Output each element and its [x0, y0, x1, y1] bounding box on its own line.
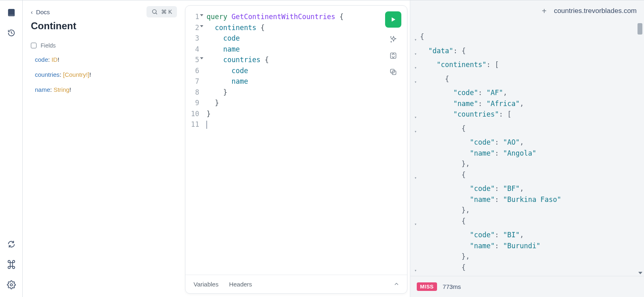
docs-back-label: Docs — [36, 9, 50, 15]
search-icon — [151, 9, 158, 15]
json-row: { — [414, 216, 644, 230]
json-row: "name": "Angola" — [414, 148, 644, 159]
json-row: { — [414, 123, 644, 137]
tab-headers[interactable]: Headers — [229, 281, 252, 288]
scrollbar[interactable] — [637, 23, 642, 274]
json-row: }, — [414, 205, 644, 216]
docs-type-title: Continent — [31, 20, 174, 32]
active-tab-label[interactable]: countries.trevorblades.com — [554, 7, 637, 15]
json-row: "data": { — [414, 46, 644, 60]
json-row: "name": "Burundi" — [414, 241, 644, 251]
json-row: "code": "AF", — [414, 87, 644, 98]
search-button[interactable]: ⌘ K — [146, 6, 177, 17]
json-row: { — [414, 31, 644, 46]
editor-card: 1234567891011 query GetContinentWithCoun… — [185, 5, 407, 294]
json-row: }, — [414, 158, 644, 169]
tab-variables[interactable]: Variables — [194, 281, 218, 288]
settings-icon[interactable] — [6, 279, 17, 290]
scrollbar-thumb[interactable] — [638, 23, 642, 35]
prettify-icon[interactable] — [389, 35, 398, 44]
query-editor[interactable]: 1234567891011 query GetContinentWithCoun… — [185, 6, 407, 275]
nav-rail — [0, 0, 23, 297]
json-row: "name": "Africa", — [414, 98, 644, 109]
chevron-left-icon: ‹ — [31, 9, 33, 15]
play-icon — [390, 16, 397, 23]
tabs-bar: + countries.trevorblades.com — [410, 0, 644, 22]
doc-field[interactable]: name: String! — [31, 86, 174, 93]
json-row: { — [414, 74, 644, 88]
json-row: "code": "BF", — [414, 183, 644, 194]
response-column: + countries.trevorblades.com { "data": {… — [410, 0, 644, 297]
refetch-icon[interactable] — [6, 238, 17, 250]
keyboard-shortcut-icon[interactable] — [6, 259, 17, 270]
copy-icon[interactable] — [389, 67, 398, 76]
doc-field[interactable]: code: ID! — [31, 56, 174, 63]
response-footer: MISS 773ms — [410, 276, 644, 297]
fields-header: Fields — [31, 42, 174, 49]
json-row: "code": "AO", — [414, 137, 644, 148]
json-row: "continents": [ — [414, 59, 644, 74]
editor-actions — [385, 11, 401, 76]
json-row: "name": "Burkina Faso" — [414, 194, 644, 205]
editor-gutter: 1234567891011 — [185, 11, 202, 275]
doc-field[interactable]: countries: [Country!]! — [31, 71, 174, 78]
json-row: "countries": [ — [414, 109, 644, 123]
cache-status-badge: MISS — [417, 282, 437, 291]
fields-header-label: Fields — [41, 42, 56, 49]
svg-point-3 — [152, 10, 156, 13]
docs-panel: ‹ Docs Continent Fields code: ID!countri… — [23, 0, 183, 297]
svg-point-2 — [10, 284, 13, 286]
json-row: { — [414, 169, 644, 184]
json-row: { — [414, 262, 644, 276]
json-row: "code": "BI", — [414, 230, 644, 241]
editor-code[interactable]: query GetContinentWithCountries { contin… — [202, 11, 407, 275]
editor-column: 1234567891011 query GetContinentWithCoun… — [183, 0, 410, 297]
response-timing: 773ms — [443, 283, 461, 290]
json-row: }, — [414, 251, 644, 262]
add-tab-button[interactable]: + — [542, 7, 547, 16]
run-button[interactable] — [385, 11, 401, 28]
fields-icon — [31, 43, 37, 48]
docs-icon[interactable] — [6, 7, 17, 18]
scroll-down-icon[interactable] — [638, 272, 642, 274]
merge-icon[interactable] — [389, 51, 398, 60]
chevron-up-icon[interactable] — [393, 281, 400, 288]
editor-footer: Variables Headers — [185, 275, 407, 293]
history-icon[interactable] — [6, 27, 17, 39]
svg-rect-1 — [8, 15, 14, 16]
response-viewer[interactable]: { "data": { "continents": [ { "code": "A… — [410, 22, 644, 276]
search-shortcut: ⌘ K — [161, 9, 172, 15]
